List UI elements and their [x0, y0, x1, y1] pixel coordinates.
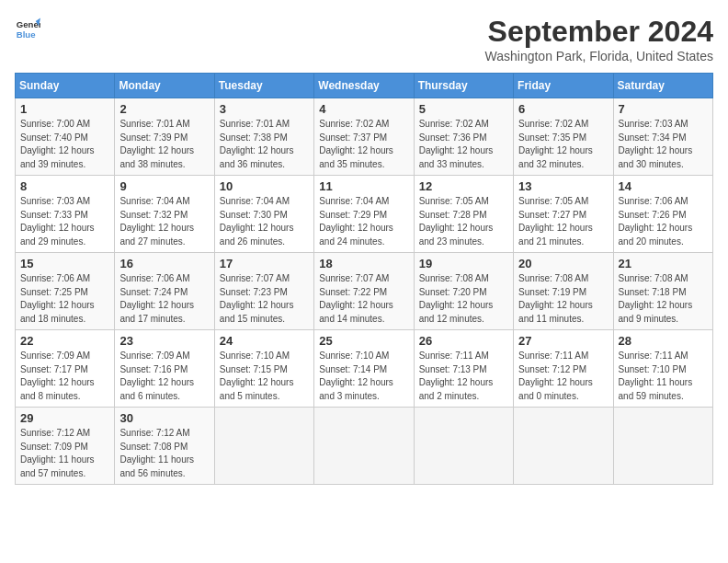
calendar-cell: 21Sunrise: 7:08 AMSunset: 7:18 PMDayligh… [613, 253, 712, 330]
calendar-cell: 13Sunrise: 7:05 AMSunset: 7:27 PMDayligh… [514, 176, 613, 253]
day-info: Sunrise: 7:03 AMSunset: 7:34 PMDaylight:… [619, 118, 708, 171]
day-number: 14 [619, 179, 708, 193]
weekday-header-tuesday: Tuesday [214, 74, 313, 98]
day-number: 28 [619, 334, 708, 348]
day-number: 13 [518, 179, 608, 193]
calendar-cell: 17Sunrise: 7:07 AMSunset: 7:23 PMDayligh… [214, 253, 313, 330]
calendar-cell: 3Sunrise: 7:01 AMSunset: 7:38 PMDaylight… [214, 98, 313, 176]
day-number: 11 [319, 179, 408, 193]
day-info: Sunrise: 7:06 AMSunset: 7:26 PMDaylight:… [619, 195, 708, 248]
calendar-cell: 27Sunrise: 7:11 AMSunset: 7:12 PMDayligh… [514, 330, 613, 408]
day-number: 8 [20, 179, 109, 193]
calendar-cell: 16Sunrise: 7:06 AMSunset: 7:24 PMDayligh… [115, 253, 214, 330]
day-info: Sunrise: 7:09 AMSunset: 7:17 PMDaylight:… [20, 350, 109, 403]
day-info: Sunrise: 7:00 AMSunset: 7:40 PMDaylight:… [20, 118, 109, 171]
day-info: Sunrise: 7:07 AMSunset: 7:22 PMDaylight:… [319, 272, 408, 326]
calendar-cell: 15Sunrise: 7:06 AMSunset: 7:25 PMDayligh… [16, 253, 115, 330]
weekday-header-monday: Monday [115, 74, 214, 98]
calendar-week-5: 29Sunrise: 7:12 AMSunset: 7:09 PMDayligh… [16, 408, 713, 485]
day-info: Sunrise: 7:12 AMSunset: 7:08 PMDaylight:… [119, 427, 209, 480]
location: Washington Park, Florida, United States [485, 49, 714, 63]
day-info: Sunrise: 7:01 AMSunset: 7:39 PMDaylight:… [119, 118, 209, 171]
day-number: 16 [119, 257, 209, 270]
day-number: 26 [419, 334, 508, 348]
calendar-cell: 25Sunrise: 7:10 AMSunset: 7:14 PMDayligh… [314, 330, 414, 408]
day-number: 7 [619, 102, 708, 116]
month-title: September 2024 [485, 15, 714, 49]
day-info: Sunrise: 7:11 AMSunset: 7:13 PMDaylight:… [419, 350, 508, 403]
day-info: Sunrise: 7:01 AMSunset: 7:38 PMDaylight:… [220, 118, 309, 171]
day-number: 17 [220, 257, 309, 270]
day-number: 22 [20, 334, 109, 348]
day-info: Sunrise: 7:04 AMSunset: 7:32 PMDaylight:… [119, 195, 209, 248]
day-number: 5 [419, 102, 508, 116]
day-number: 6 [518, 102, 608, 116]
day-info: Sunrise: 7:09 AMSunset: 7:16 PMDaylight:… [119, 350, 209, 403]
calendar-cell: 26Sunrise: 7:11 AMSunset: 7:13 PMDayligh… [414, 330, 513, 408]
calendar-cell: 9Sunrise: 7:04 AMSunset: 7:32 PMDaylight… [115, 176, 214, 253]
calendar-cell: 8Sunrise: 7:03 AMSunset: 7:33 PMDaylight… [16, 176, 115, 253]
day-info: Sunrise: 7:12 AMSunset: 7:09 PMDaylight:… [20, 427, 109, 480]
day-info: Sunrise: 7:10 AMSunset: 7:15 PMDaylight:… [220, 350, 309, 403]
day-info: Sunrise: 7:11 AMSunset: 7:12 PMDaylight:… [518, 350, 608, 403]
calendar-week-1: 1Sunrise: 7:00 AMSunset: 7:40 PMDaylight… [16, 98, 713, 176]
calendar-cell: 22Sunrise: 7:09 AMSunset: 7:17 PMDayligh… [16, 330, 115, 408]
title-section: September 2024 Washington Park, Florida,… [485, 15, 714, 63]
day-number: 27 [518, 334, 608, 348]
day-number: 19 [419, 257, 508, 270]
day-info: Sunrise: 7:08 AMSunset: 7:20 PMDaylight:… [419, 272, 508, 326]
calendar-cell: 7Sunrise: 7:03 AMSunset: 7:34 PMDaylight… [613, 98, 712, 176]
day-info: Sunrise: 7:10 AMSunset: 7:14 PMDaylight:… [319, 350, 408, 403]
calendar-cell [314, 408, 414, 485]
day-info: Sunrise: 7:02 AMSunset: 7:37 PMDaylight:… [319, 118, 408, 171]
weekday-header-thursday: Thursday [414, 74, 513, 98]
day-info: Sunrise: 7:08 AMSunset: 7:19 PMDaylight:… [518, 272, 608, 326]
day-number: 9 [119, 179, 209, 193]
day-number: 2 [119, 102, 209, 116]
day-number: 3 [220, 102, 309, 116]
day-info: Sunrise: 7:06 AMSunset: 7:25 PMDaylight:… [20, 272, 109, 326]
calendar-cell: 19Sunrise: 7:08 AMSunset: 7:20 PMDayligh… [414, 253, 513, 330]
weekday-header-saturday: Saturday [613, 74, 712, 98]
calendar-cell: 14Sunrise: 7:06 AMSunset: 7:26 PMDayligh… [613, 176, 712, 253]
day-number: 1 [20, 102, 109, 116]
weekday-header-row: SundayMondayTuesdayWednesdayThursdayFrid… [16, 74, 713, 98]
calendar-cell [514, 408, 613, 485]
calendar-cell: 5Sunrise: 7:02 AMSunset: 7:36 PMDaylight… [414, 98, 513, 176]
day-number: 20 [518, 257, 608, 270]
day-info: Sunrise: 7:04 AMSunset: 7:30 PMDaylight:… [220, 195, 309, 248]
day-number: 10 [220, 179, 309, 193]
calendar-cell [613, 408, 712, 485]
calendar-cell [414, 408, 513, 485]
day-info: Sunrise: 7:06 AMSunset: 7:24 PMDaylight:… [119, 272, 209, 326]
day-number: 15 [20, 257, 109, 270]
page-header: General Blue General Blue September 2024… [15, 15, 713, 63]
calendar-week-4: 22Sunrise: 7:09 AMSunset: 7:17 PMDayligh… [16, 330, 713, 408]
weekday-header-wednesday: Wednesday [314, 74, 414, 98]
calendar-cell: 2Sunrise: 7:01 AMSunset: 7:39 PMDaylight… [115, 98, 214, 176]
day-number: 25 [319, 334, 408, 348]
calendar-week-2: 8Sunrise: 7:03 AMSunset: 7:33 PMDaylight… [16, 176, 713, 253]
day-info: Sunrise: 7:08 AMSunset: 7:18 PMDaylight:… [619, 272, 708, 326]
day-number: 4 [319, 102, 408, 116]
day-number: 24 [220, 334, 309, 348]
calendar-cell: 20Sunrise: 7:08 AMSunset: 7:19 PMDayligh… [514, 253, 613, 330]
day-number: 18 [319, 257, 408, 270]
calendar-cell: 18Sunrise: 7:07 AMSunset: 7:22 PMDayligh… [314, 253, 414, 330]
calendar-cell: 23Sunrise: 7:09 AMSunset: 7:16 PMDayligh… [115, 330, 214, 408]
calendar-cell: 29Sunrise: 7:12 AMSunset: 7:09 PMDayligh… [16, 408, 115, 485]
calendar-cell: 10Sunrise: 7:04 AMSunset: 7:30 PMDayligh… [214, 176, 313, 253]
calendar-cell: 12Sunrise: 7:05 AMSunset: 7:28 PMDayligh… [414, 176, 513, 253]
calendar-cell [214, 408, 313, 485]
weekday-header-sunday: Sunday [16, 74, 115, 98]
calendar-cell: 24Sunrise: 7:10 AMSunset: 7:15 PMDayligh… [214, 330, 313, 408]
calendar-cell: 28Sunrise: 7:11 AMSunset: 7:10 PMDayligh… [613, 330, 712, 408]
weekday-header-friday: Friday [514, 74, 613, 98]
day-number: 29 [20, 411, 109, 425]
day-info: Sunrise: 7:02 AMSunset: 7:36 PMDaylight:… [419, 118, 508, 171]
day-info: Sunrise: 7:03 AMSunset: 7:33 PMDaylight:… [20, 195, 109, 248]
calendar-cell: 1Sunrise: 7:00 AMSunset: 7:40 PMDaylight… [16, 98, 115, 176]
calendar-cell: 30Sunrise: 7:12 AMSunset: 7:08 PMDayligh… [115, 408, 214, 485]
calendar-cell: 11Sunrise: 7:04 AMSunset: 7:29 PMDayligh… [314, 176, 414, 253]
calendar-week-3: 15Sunrise: 7:06 AMSunset: 7:25 PMDayligh… [16, 253, 713, 330]
